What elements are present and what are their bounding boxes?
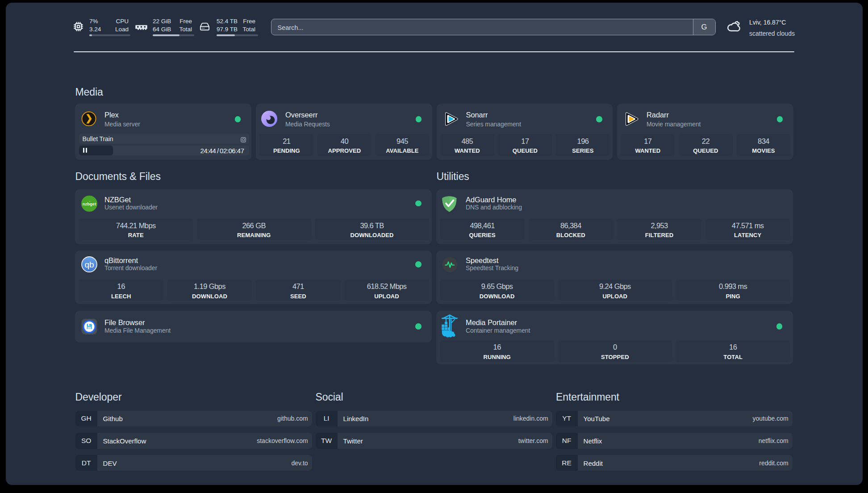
svg-text:nzbget: nzbget — [83, 201, 96, 206]
svg-text:qb: qb — [84, 260, 94, 269]
